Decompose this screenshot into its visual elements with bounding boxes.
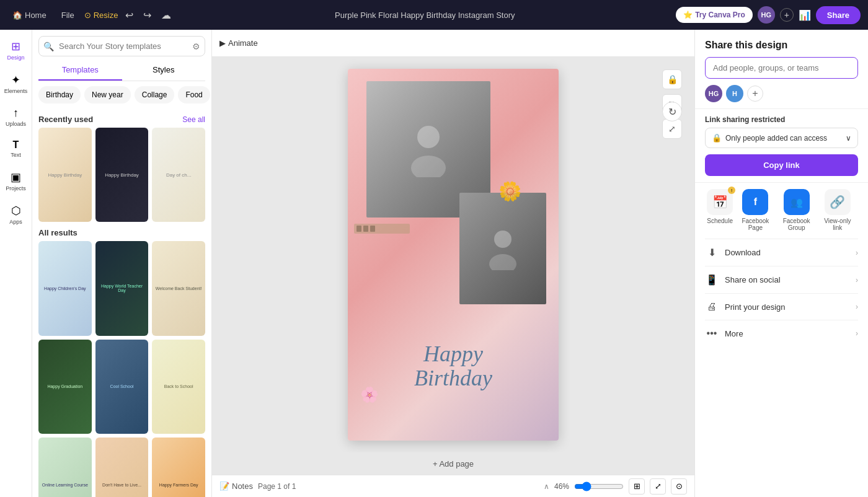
download-action[interactable]: ⬇ Download › bbox=[705, 239, 858, 266]
copy-link-button[interactable]: Copy link bbox=[705, 154, 858, 176]
filter-chips: Birthday New year Collage Food › bbox=[32, 81, 211, 108]
print-design-action[interactable]: 🖨 Print your design › bbox=[705, 293, 858, 320]
share-options: 📅 ! Schedule f Facebook Page 👥 Facebook … bbox=[695, 183, 868, 353]
sidebar-item-projects[interactable]: ▣ Projects bbox=[2, 165, 30, 196]
try-pro-button[interactable]: ⭐ Try Canva Pro bbox=[676, 7, 753, 23]
add-page-button[interactable]: + Add page bbox=[433, 459, 474, 468]
tab-styles[interactable]: Styles bbox=[122, 60, 206, 81]
chevron-right-icon: › bbox=[856, 329, 858, 338]
sidebar-item-design[interactable]: ⊞ Design bbox=[2, 35, 30, 66]
chevron-right-icon: › bbox=[856, 276, 858, 284]
share-panel-header: Share this design HG H + bbox=[695, 30, 868, 109]
share-option-icons: 📅 ! Schedule f Facebook Page 👥 Facebook … bbox=[705, 189, 858, 231]
template-tabs: Templates Styles bbox=[38, 60, 205, 81]
chevron-down-icon: ∨ bbox=[846, 134, 851, 143]
collapse-button[interactable]: ∧ bbox=[544, 482, 549, 491]
sidebar-item-uploads[interactable]: ↑ Uploads bbox=[2, 102, 30, 132]
lock-canvas-button[interactable]: 🔒 bbox=[662, 69, 682, 89]
file-button[interactable]: File bbox=[56, 8, 79, 22]
share-input[interactable] bbox=[705, 57, 858, 79]
page-indicator: Page 1 of 1 bbox=[258, 482, 296, 491]
all-results-grid: Happy Children's Day Happy World Teacher… bbox=[38, 241, 205, 497]
refresh-button[interactable]: ↻ bbox=[662, 102, 682, 121]
design-birthday-text: Happy Birthday bbox=[360, 342, 546, 391]
template-item[interactable]: Online Learning Course bbox=[38, 438, 92, 497]
design-flower: 🌼 bbox=[498, 180, 521, 202]
redo-button[interactable]: ↪ bbox=[141, 7, 154, 24]
link-sharing-label: Link sharing restricted bbox=[705, 115, 858, 124]
template-item[interactable]: Day of ch... bbox=[152, 128, 205, 222]
chip-food[interactable]: Food bbox=[178, 86, 210, 103]
share-option-facebook-group[interactable]: 👥 Facebook Group bbox=[778, 189, 815, 231]
chip-birthday[interactable]: Birthday bbox=[38, 86, 81, 103]
notes-button[interactable]: 📝 Notes bbox=[219, 482, 253, 491]
all-results-section-header: All results bbox=[38, 228, 205, 237]
template-item[interactable]: Cool School bbox=[95, 340, 149, 434]
template-panel: 🔍 ⚙ Templates Styles Birthday New year C… bbox=[32, 30, 212, 497]
home-button[interactable]: 🏠 Home bbox=[7, 8, 51, 22]
add-collaborator-topbar-button[interactable]: + bbox=[780, 8, 794, 22]
design-canvas[interactable]: 🌼 Happy Birthday 🌸 bbox=[348, 69, 559, 441]
template-item[interactable]: Happy Birthday bbox=[38, 128, 92, 222]
design-flower2: 🌸 bbox=[360, 386, 379, 403]
doc-title: Purple Pink Floral Happy Birthday Instag… bbox=[184, 11, 666, 20]
chip-collage[interactable]: Collage bbox=[135, 86, 175, 103]
resize-button[interactable]: ⊙ Resize bbox=[84, 11, 118, 20]
avatar-h: H bbox=[726, 85, 743, 102]
uploads-icon: ↑ bbox=[13, 107, 19, 120]
sidebar-item-apps[interactable]: ⬡ Apps bbox=[2, 199, 30, 230]
svg-point-1 bbox=[411, 156, 446, 177]
expand-canvas-button[interactable]: ⤢ bbox=[662, 119, 682, 139]
star-icon: ⭐ bbox=[683, 11, 693, 19]
template-panel-content: Recently used See all Happy Birthday Hap… bbox=[32, 108, 211, 497]
search-input[interactable] bbox=[38, 36, 205, 56]
share-option-schedule[interactable]: 📅 ! Schedule bbox=[707, 189, 733, 231]
template-item[interactable]: Happy Children's Day bbox=[38, 241, 92, 335]
canvas-area: ▶ Animate 🔒 ⧉ ⤢ ↻ bbox=[212, 30, 694, 497]
template-item[interactable]: Happy Birthday bbox=[95, 128, 149, 222]
link-access-label: Only people added can access bbox=[725, 134, 827, 143]
chip-newyear[interactable]: New year bbox=[84, 86, 131, 103]
template-item[interactable]: Back to School bbox=[152, 340, 205, 434]
resize-icon: ⊙ bbox=[84, 11, 91, 20]
svg-point-0 bbox=[417, 126, 440, 148]
sidebar-item-text[interactable]: T Text bbox=[2, 134, 30, 163]
tab-templates[interactable]: Templates bbox=[38, 60, 122, 81]
fit-screen-button[interactable]: ⤢ bbox=[650, 478, 666, 495]
svg-point-3 bbox=[489, 254, 516, 270]
filter-icon[interactable]: ⚙ bbox=[192, 42, 200, 51]
analytics-icon[interactable]: 📊 bbox=[799, 9, 811, 21]
template-item[interactable]: Don't Have to Live... bbox=[95, 438, 149, 497]
grid-view-button[interactable]: ⊞ bbox=[629, 478, 645, 495]
share-action-list: ⬇ Download › 📱 Share on social › 🖨 Pri bbox=[705, 239, 858, 346]
more-action[interactable]: ••• More › bbox=[705, 320, 858, 346]
template-item[interactable]: Happy Farmers Day bbox=[152, 438, 205, 497]
zoom-slider[interactable] bbox=[574, 482, 624, 491]
user-avatar: HG bbox=[758, 6, 775, 24]
collaborators-list: HG H + bbox=[705, 85, 858, 102]
design-icon: ⊞ bbox=[11, 40, 20, 53]
share-option-view-only[interactable]: 🔗 View-only link bbox=[819, 189, 856, 231]
template-item[interactable]: Welcome Back Student! bbox=[152, 241, 205, 335]
topbar: 🏠 Home File ⊙ Resize ↩ ↪ ☁ Purple Pink F… bbox=[0, 0, 868, 30]
animate-button[interactable]: ▶ Animate bbox=[219, 38, 258, 48]
add-collaborator-button[interactable]: + bbox=[747, 86, 763, 102]
share-option-facebook-page[interactable]: f Facebook Page bbox=[737, 189, 774, 231]
template-item[interactable]: Happy World Teacher Day bbox=[95, 241, 149, 335]
fullscreen-button[interactable]: ⊙ bbox=[671, 478, 687, 495]
animate-icon: ▶ bbox=[219, 38, 226, 48]
see-all-button[interactable]: See all bbox=[182, 115, 205, 124]
zoom-level: 46% bbox=[554, 482, 569, 491]
cloud-save-button[interactable]: ☁ bbox=[159, 7, 174, 24]
link-access-dropdown[interactable]: 🔒 Only people added can access ∨ bbox=[705, 128, 858, 148]
recently-used-section-header: Recently used See all bbox=[38, 115, 205, 124]
schedule-badge: ! bbox=[728, 187, 735, 194]
view-only-link-icon: 🔗 bbox=[825, 189, 851, 215]
share-button[interactable]: Share bbox=[816, 6, 861, 24]
home-icon: 🏠 bbox=[12, 11, 22, 20]
share-on-social-action[interactable]: 📱 Share on social › bbox=[705, 266, 858, 293]
undo-button[interactable]: ↩ bbox=[123, 7, 136, 24]
template-item[interactable]: Happy Graduation bbox=[38, 340, 92, 434]
design-photo-secondary bbox=[459, 193, 546, 304]
sidebar-item-elements[interactable]: ✦ Elements bbox=[2, 68, 30, 99]
